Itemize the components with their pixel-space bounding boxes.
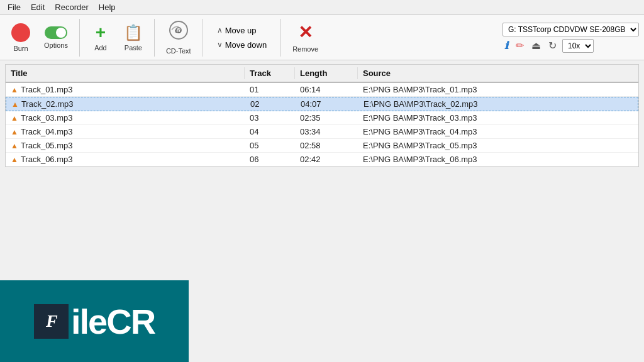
cell-track: 05 (245, 139, 295, 152)
watermark-icon: F (34, 304, 69, 339)
cell-track: 02 (245, 97, 296, 111)
cell-track: 06 (245, 153, 295, 166)
remove-button[interactable]: ✕ Remove (286, 19, 325, 55)
refresh-button[interactable]: ↻ (547, 39, 558, 52)
menu-recorder[interactable]: Recorder (50, 1, 93, 13)
separator-3 (203, 19, 203, 57)
cell-track: 03 (245, 111, 295, 124)
col-length: Length (295, 67, 358, 79)
menu-bar: File Edit Recorder Help (0, 0, 644, 15)
watermark-text: F ileCR (34, 301, 155, 342)
col-track: Track (245, 67, 295, 79)
cell-length: 02:42 (295, 153, 358, 166)
speed-select[interactable]: 10x (562, 39, 594, 53)
track-icon: ▲ (11, 128, 18, 136)
cell-source: E:\PNG BA\MP3\Track_02.mp3 (358, 97, 638, 111)
cell-length: 04:07 (296, 97, 358, 111)
menu-file[interactable]: File (3, 1, 26, 13)
cell-title: ▲ Track_03.mp3 (6, 111, 245, 124)
separator-2 (154, 19, 155, 57)
separator-4 (280, 19, 281, 57)
menu-help[interactable]: Help (94, 1, 121, 13)
track-icon: ▲ (11, 85, 18, 94)
table-row[interactable]: ▲ Track_02.mp3 02 04:07 E:\PNG BA\MP3\Tr… (6, 97, 638, 111)
track-icon: ▲ (11, 141, 18, 150)
move-group: ∧ Move up ∨ Move down (208, 21, 275, 54)
burn-label: Burn (13, 45, 28, 52)
paste-button[interactable]: 📋 Paste (118, 21, 149, 54)
table-row[interactable]: ▲ Track_03.mp3 03 02:35 E:\PNG BA\MP3\Tr… (6, 111, 638, 125)
cell-title: ▲ Track_05.mp3 (6, 139, 245, 152)
add-button[interactable]: + Add (85, 21, 116, 54)
icon-row: ℹ ✏ ⏏ ↻ 10x (502, 39, 594, 53)
track-icon: ▲ (11, 155, 18, 164)
options-icon (45, 26, 67, 39)
cell-title: ▲ Track_02.mp3 (6, 97, 245, 111)
cell-source: E:\PNG BA\MP3\Track_05.mp3 (358, 139, 638, 152)
paste-icon: 📋 (124, 24, 143, 41)
cell-length: 02:58 (295, 139, 358, 152)
move-down-label: Move down (225, 40, 267, 50)
options-label: Options (44, 41, 68, 49)
cell-source: E:\PNG BA\MP3\Track_04.mp3 (358, 125, 638, 138)
col-title: Title (6, 67, 245, 79)
move-down-icon: ∨ (217, 40, 223, 49)
cell-source: E:\PNG BA\MP3\Track_03.mp3 (358, 111, 638, 124)
table-row[interactable]: ▲ Track_01.mp3 01 06:14 E:\PNG BA\MP3\Tr… (6, 83, 638, 97)
cell-title: ▲ Track_06.mp3 (6, 153, 245, 166)
right-controls: G: TSSTcorp CDDVDW SE-208GB ℹ ✏ ⏏ ↻ 10x (502, 23, 639, 53)
table-row[interactable]: ▲ Track_04.mp3 04 03:34 E:\PNG BA\MP3\Tr… (6, 125, 638, 139)
cell-track: 04 (245, 125, 295, 138)
burn-button[interactable]: Burn (5, 21, 36, 55)
move-up-label: Move up (225, 26, 257, 35)
erase-button[interactable]: ✏ (514, 39, 526, 52)
svg-text:CD: CD (175, 29, 181, 33)
toolbar: Burn Options + Add 📋 Paste CD CD-Text (0, 15, 644, 60)
watermark-letters: ileCR (71, 301, 155, 342)
drive-select-row: G: TSSTcorp CDDVDW SE-208GB (502, 23, 639, 36)
table-row[interactable]: ▲ Track_05.mp3 05 02:58 E:\PNG BA\MP3\Tr… (6, 139, 638, 153)
menu-edit[interactable]: Edit (26, 1, 50, 13)
table-header: Title Track Length Source (6, 65, 638, 83)
options-button[interactable]: Options (38, 24, 74, 52)
remove-label: Remove (292, 45, 318, 53)
cdtext-icon: CD (169, 20, 189, 45)
track-icon: ▲ (11, 100, 19, 109)
paste-label: Paste (125, 44, 142, 52)
cell-source: E:\PNG BA\MP3\Track_01.mp3 (358, 83, 638, 96)
table-row[interactable]: ▲ Track_06.mp3 06 02:42 E:\PNG BA\MP3\Tr… (6, 153, 638, 167)
cell-source: E:\PNG BA\MP3\Track_06.mp3 (358, 153, 638, 166)
col-source: Source (358, 67, 638, 79)
cell-length: 02:35 (295, 111, 358, 124)
drive-dropdown[interactable]: G: TSSTcorp CDDVDW SE-208GB (502, 23, 639, 36)
move-up-button[interactable]: ∧ Move up (212, 24, 272, 37)
table-body: ▲ Track_01.mp3 01 06:14 E:\PNG BA\MP3\Tr… (6, 83, 638, 167)
cdtext-label: CD-Text (166, 47, 191, 55)
add-label: Add (94, 44, 107, 52)
cell-track: 01 (245, 83, 295, 96)
watermark: F ileCR (0, 280, 189, 362)
add-icon: + (96, 24, 106, 41)
track-table: Title Track Length Source ▲ Track_01.mp3… (5, 64, 639, 167)
move-down-button[interactable]: ∨ Move down (212, 38, 272, 52)
cell-title: ▲ Track_01.mp3 (6, 83, 245, 96)
cell-length: 03:34 (295, 125, 358, 138)
separator-1 (79, 19, 80, 57)
info-button[interactable]: ℹ (502, 39, 510, 52)
move-up-icon: ∧ (217, 26, 223, 35)
cell-length: 06:14 (295, 83, 358, 96)
cell-title: ▲ Track_04.mp3 (6, 125, 245, 138)
remove-icon: ✕ (298, 22, 313, 43)
cdtext-button[interactable]: CD CD-Text (160, 18, 197, 57)
burn-icon (11, 23, 30, 42)
track-icon: ▲ (11, 114, 18, 123)
eject-button[interactable]: ⏏ (530, 39, 543, 52)
